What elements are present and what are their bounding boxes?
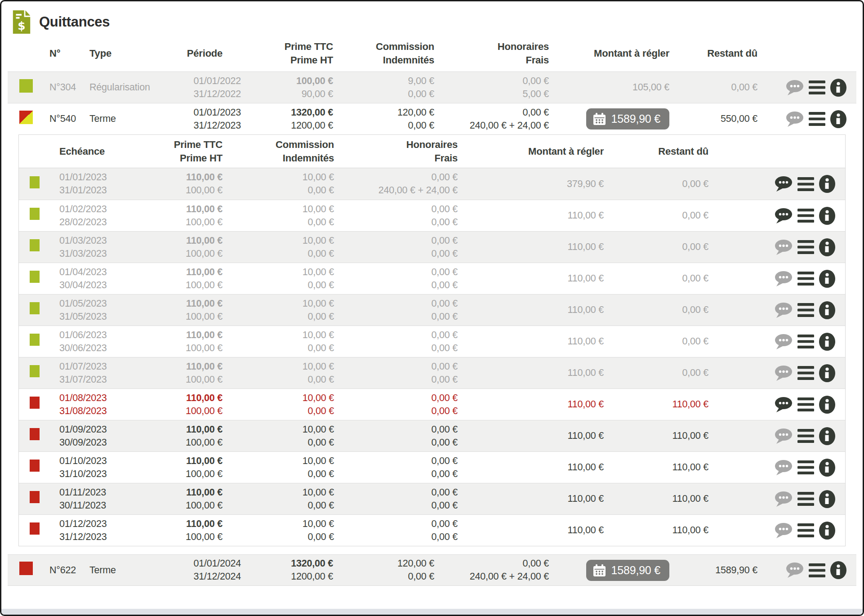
menu-icon bbox=[797, 492, 814, 506]
honoraires-cell: 0,00 € 0,00 € bbox=[338, 264, 462, 294]
col-header-honoraires: HonorairesFrais bbox=[338, 136, 462, 167]
quittance-row-304[interactable]: N°304 Régularisation 01/01/202231/12/202… bbox=[8, 71, 856, 103]
comment-button[interactable] bbox=[786, 562, 804, 578]
echeances-body: 01/01/2023 31/01/2023 110,00 € 100,00 € … bbox=[19, 168, 845, 546]
restant-cell: 0,00 € bbox=[608, 207, 713, 224]
info-button[interactable] bbox=[830, 79, 846, 97]
info-icon bbox=[819, 207, 835, 225]
info-button[interactable] bbox=[819, 301, 835, 319]
montant-cell: 110,00 € bbox=[462, 365, 608, 381]
info-button[interactable] bbox=[830, 110, 846, 128]
info-button[interactable] bbox=[819, 522, 835, 540]
commission-cell: 120,00 €0,00 € bbox=[337, 555, 438, 585]
menu-button[interactable] bbox=[797, 335, 814, 348]
info-button[interactable] bbox=[819, 270, 835, 288]
status-square bbox=[30, 239, 40, 251]
info-button[interactable] bbox=[819, 364, 835, 382]
menu-button[interactable] bbox=[797, 240, 814, 254]
commission-cell: 120,00 €0,00 € bbox=[337, 104, 438, 134]
prime-cell: 110,00 € 100,00 € bbox=[116, 327, 227, 357]
echeance-row: 01/02/2023 28/02/2023 110,00 € 100,00 € … bbox=[19, 200, 845, 231]
menu-button[interactable] bbox=[797, 397, 814, 411]
info-button[interactable] bbox=[819, 238, 835, 256]
calendar-icon bbox=[593, 113, 606, 125]
comment-button[interactable] bbox=[775, 208, 793, 224]
comment-button[interactable] bbox=[775, 522, 793, 539]
info-button[interactable] bbox=[819, 175, 835, 193]
pay-amount-button[interactable]: 1589,90 € bbox=[586, 560, 669, 581]
comment-button[interactable] bbox=[775, 334, 793, 350]
prime-cell: 110,00 € 100,00 € bbox=[116, 390, 227, 420]
menu-button[interactable] bbox=[797, 429, 814, 443]
comment-button[interactable] bbox=[775, 365, 793, 381]
status-square bbox=[30, 522, 40, 535]
commission-cell: 10,00 € 0,00 € bbox=[227, 484, 338, 514]
menu-button[interactable] bbox=[797, 460, 814, 474]
info-button[interactable] bbox=[819, 207, 835, 225]
info-icon bbox=[830, 561, 846, 579]
comment-button[interactable] bbox=[775, 491, 793, 507]
status-cell bbox=[19, 521, 44, 540]
status-cell bbox=[19, 206, 44, 225]
menu-button[interactable] bbox=[797, 177, 814, 191]
menu-button[interactable] bbox=[797, 523, 814, 537]
menu-button[interactable] bbox=[797, 366, 814, 380]
quittance-row-622[interactable]: N°622 Terme 01/01/202431/12/2024 1320,00… bbox=[8, 554, 856, 586]
status-square bbox=[30, 302, 40, 314]
comment-button[interactable] bbox=[786, 111, 804, 127]
status-square bbox=[30, 365, 40, 377]
comment-icon bbox=[775, 302, 793, 318]
prime-cell: 110,00 € 100,00 € bbox=[116, 484, 227, 514]
menu-icon bbox=[797, 272, 814, 286]
pay-amount-button[interactable]: 1589,90 € bbox=[586, 108, 669, 129]
echeances-header: Echéance Prime TTCPrime HT CommissionInd… bbox=[19, 135, 845, 168]
status-square bbox=[19, 111, 33, 124]
col-header-prime: Prime TTCPrime HT bbox=[116, 136, 227, 167]
menu-button[interactable] bbox=[809, 563, 825, 577]
row-actions bbox=[713, 490, 845, 508]
info-button[interactable] bbox=[819, 396, 835, 414]
col-header-periode: Période bbox=[169, 45, 245, 62]
prime-cell: 110,00 € 100,00 € bbox=[116, 201, 227, 231]
echeance-row: 01/08/2023 31/08/2023 110,00 € 100,00 € … bbox=[19, 388, 845, 420]
periode-cell: 01/01/202231/12/2022 bbox=[169, 73, 245, 103]
info-button[interactable] bbox=[819, 490, 835, 508]
restant-cell: 550,00 € bbox=[673, 111, 762, 127]
menu-button[interactable] bbox=[809, 112, 825, 126]
status-square bbox=[30, 176, 40, 188]
info-button[interactable] bbox=[819, 427, 835, 445]
commission-cell: 10,00 € 0,00 € bbox=[227, 358, 338, 388]
menu-button[interactable] bbox=[809, 80, 825, 94]
comment-button[interactable] bbox=[775, 460, 793, 476]
honoraires-cell: 0,00 € 0,00 € bbox=[338, 201, 462, 231]
menu-button[interactable] bbox=[797, 272, 814, 286]
quittance-type: Régularisation bbox=[83, 79, 169, 96]
comment-button[interactable] bbox=[775, 397, 793, 413]
comment-icon bbox=[775, 428, 793, 444]
info-button[interactable] bbox=[830, 561, 846, 579]
comment-icon bbox=[786, 562, 804, 578]
comment-button[interactable] bbox=[775, 302, 793, 318]
menu-button[interactable] bbox=[797, 209, 814, 223]
comment-icon bbox=[775, 460, 793, 476]
page-title: Quittances bbox=[39, 14, 110, 30]
menu-icon bbox=[797, 460, 814, 474]
comment-button[interactable] bbox=[775, 239, 793, 255]
comment-button[interactable] bbox=[775, 428, 793, 444]
col-header-prime: Prime TTCPrime HT bbox=[245, 38, 337, 69]
menu-button[interactable] bbox=[797, 303, 814, 317]
menu-icon bbox=[797, 397, 814, 411]
echeance-dates: 01/01/2023 31/01/2023 bbox=[44, 169, 116, 199]
comment-button[interactable] bbox=[786, 80, 804, 96]
comment-button[interactable] bbox=[775, 271, 793, 287]
info-icon bbox=[819, 364, 835, 382]
status-square bbox=[30, 334, 40, 346]
comment-button[interactable] bbox=[775, 176, 793, 192]
menu-icon bbox=[797, 429, 814, 443]
comment-icon bbox=[775, 176, 793, 192]
menu-button[interactable] bbox=[797, 492, 814, 506]
info-button[interactable] bbox=[819, 333, 835, 351]
prime-cell: 1320,00 €1200,00 € bbox=[245, 555, 337, 585]
quittance-row-540[interactable]: N°540 Terme 01/01/202331/12/2023 1320,00… bbox=[8, 103, 856, 134]
info-button[interactable] bbox=[819, 459, 835, 477]
